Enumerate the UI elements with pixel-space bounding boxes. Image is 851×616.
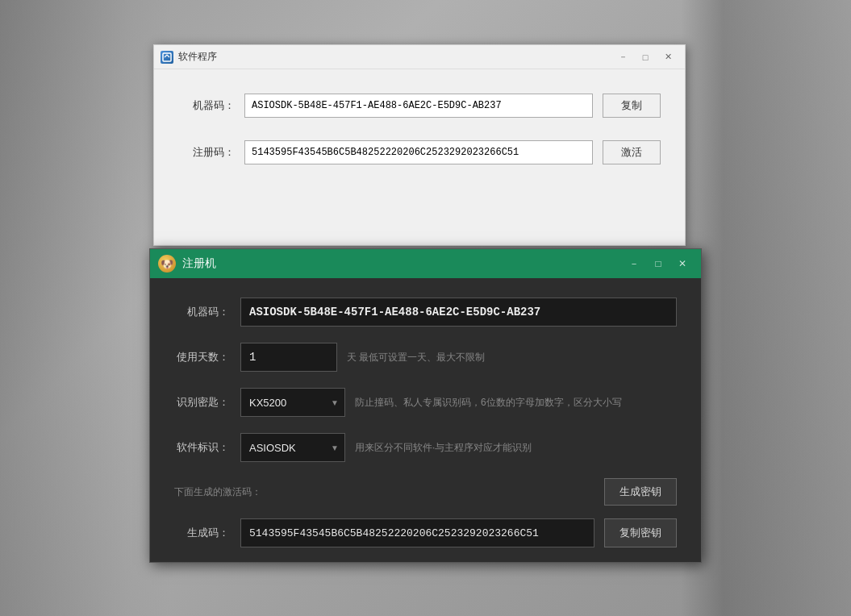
minimize-button-2[interactable]: － <box>624 255 645 273</box>
keygen-machine-code-label: 机器码： <box>174 305 229 319</box>
titlebar-software: 软件程序 － □ ✕ <box>154 45 685 69</box>
key-row: 识别密匙： KX5200 KX5100 KX5300 ▼ 防止撞码、私人专属识别… <box>174 388 677 417</box>
machine-code-row: 机器码： 复制 <box>178 94 661 118</box>
gen-button[interactable]: 生成密钥 <box>604 478 677 506</box>
machine-code-input[interactable] <box>244 94 593 118</box>
maximize-button-1[interactable]: □ <box>635 49 656 65</box>
reg-code-row: 注册码： 激活 <box>178 140 661 164</box>
machine-code-label: 机器码： <box>178 98 235 113</box>
software-select-wrap: ASIOSDK OTHER ▼ <box>240 433 345 462</box>
keygen-icon: 🐶 <box>158 255 176 273</box>
days-row: 使用天数： 天 最低可设置一天、最大不限制 <box>174 343 677 372</box>
key-hint: 防止撞码、私人专属识别码，6位数的字母加数字，区分大小写 <box>355 396 622 410</box>
window1-controls: － □ ✕ <box>612 49 678 65</box>
reg-code-label: 注册码： <box>178 145 235 160</box>
window-keygen: 🐶 注册机 － □ ✕ 机器码： 使用天数： 天 最低可设置一天、最大不限制 识… <box>149 248 702 563</box>
gen-code-label: 生成码： <box>174 526 229 540</box>
copy-key-button[interactable]: 复制密钥 <box>604 518 677 547</box>
app-icon <box>161 51 173 64</box>
keygen-machine-code-input[interactable] <box>240 298 677 327</box>
activate-button[interactable]: 激活 <box>603 140 661 164</box>
days-label: 使用天数： <box>174 350 229 364</box>
close-button-1[interactable]: ✕ <box>657 49 678 65</box>
keygen-machine-code-row: 机器码： <box>174 298 677 327</box>
gen-code-row: 生成码： 复制密钥 <box>174 518 677 547</box>
software-select[interactable]: ASIOSDK OTHER <box>240 433 345 462</box>
maximize-button-2[interactable]: □ <box>648 255 669 273</box>
gen-row: 下面生成的激活码： 生成密钥 <box>174 478 677 506</box>
software-row: 软件标识： ASIOSDK OTHER ▼ 用来区分不同软件·与主程序对应才能识… <box>174 433 677 462</box>
key-label: 识别密匙： <box>174 395 229 410</box>
key-select[interactable]: KX5200 KX5100 KX5300 <box>240 388 345 417</box>
reg-code-input[interactable] <box>244 140 593 164</box>
gen-code-input[interactable] <box>240 518 594 547</box>
key-select-wrap: KX5200 KX5100 KX5300 ▼ <box>240 388 345 417</box>
window2-content: 机器码： 使用天数： 天 最低可设置一天、最大不限制 识别密匙： KX5200 … <box>150 278 701 567</box>
window-software: 软件程序 － □ ✕ 机器码： 复制 注册码： 激活 <box>153 44 686 246</box>
close-button-2[interactable]: ✕ <box>672 255 693 273</box>
minimize-button-1[interactable]: － <box>612 49 633 65</box>
window2-title: 注册机 <box>182 256 624 271</box>
copy-button-1[interactable]: 复制 <box>603 94 661 118</box>
window1-content: 机器码： 复制 注册码： 激活 <box>154 69 685 211</box>
software-hint: 用来区分不同软件·与主程序对应才能识别 <box>355 441 532 455</box>
days-input[interactable] <box>240 343 337 372</box>
software-label: 软件标识： <box>174 440 229 455</box>
window1-title: 软件程序 <box>178 50 612 64</box>
gen-hint: 下面生成的激活码： <box>174 485 261 499</box>
days-hint: 天 最低可设置一天、最大不限制 <box>347 351 485 364</box>
titlebar-keygen: 🐶 注册机 － □ ✕ <box>150 249 701 278</box>
window2-controls: － □ ✕ <box>624 255 693 273</box>
